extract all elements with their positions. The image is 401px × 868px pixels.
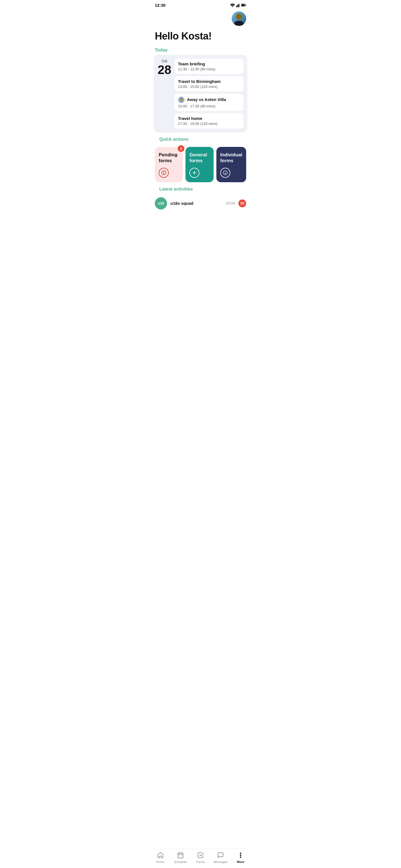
pending-forms-card[interactable]: 2 Pendingforms: [155, 147, 183, 182]
individual-forms-title: Individualforms: [220, 152, 242, 164]
svg-rect-1: [236, 6, 237, 7]
status-time: 12:30: [155, 3, 165, 7]
activity-avatar: u16: [155, 197, 167, 210]
schedule-card: Sat 28 Team briefing 11:30 - 12:30 (60 m…: [154, 55, 247, 132]
event-time: 11:30 - 12:30 (60 mins): [178, 67, 240, 71]
general-forms-title: Generalforms: [189, 152, 209, 164]
svg-point-0: [232, 6, 233, 7]
day-number: 28: [157, 63, 171, 76]
pending-forms-title: Pendingforms: [159, 152, 179, 164]
svg-point-16: [223, 170, 227, 175]
latest-activities-label: Latest activities: [155, 182, 246, 194]
plus-icon: [189, 168, 199, 178]
activity-badge: 25: [238, 199, 246, 207]
event-team-briefing[interactable]: Team briefing 11:30 - 12:30 (60 mins): [175, 59, 244, 74]
alert-icon: [159, 168, 169, 178]
svg-rect-6: [242, 4, 245, 6]
activity-time: 20:04: [226, 201, 235, 205]
event-travel-birmingham[interactable]: Travel to Birmingham 13:00 - 15:00 (120 …: [175, 76, 244, 92]
event-title: Away vs Aston Villa: [187, 97, 226, 102]
status-bar: 12:30: [150, 0, 251, 9]
status-icons: [230, 3, 246, 7]
date-block: Sat 28: [157, 59, 171, 128]
quick-actions-grid: 2 Pendingforms Generalforms: [155, 147, 246, 182]
event-title: Team briefing: [178, 61, 240, 66]
events-list: Team briefing 11:30 - 12:30 (60 mins) Tr…: [175, 59, 244, 128]
general-forms-card[interactable]: Generalforms: [185, 147, 213, 182]
activity-name: u16s squad: [170, 201, 194, 206]
svg-rect-7: [246, 5, 246, 6]
greeting-text: Hello Kosta!: [155, 30, 246, 42]
event-title: Travel home: [178, 116, 240, 121]
avatar[interactable]: [232, 11, 246, 26]
svg-rect-3: [238, 4, 239, 7]
today-label: Today: [150, 43, 251, 55]
event-time: 15:00 - 17:30 (90 mins): [178, 104, 240, 108]
svg-text:🦁: 🦁: [179, 98, 183, 102]
quick-actions-label: Quick actions: [155, 132, 246, 144]
greeting-section: Hello Kosta!: [150, 28, 251, 43]
event-time: 13:00 - 15:00 (120 mins): [178, 85, 240, 89]
activity-item[interactable]: u16 u16s squad 20:04 25: [155, 194, 246, 213]
event-title: Travel to Birmingham: [178, 79, 240, 84]
smile-icon: [220, 168, 230, 178]
event-travel-home[interactable]: Travel home 17:30 - 19:30 (120 mins): [175, 113, 244, 128]
pending-badge: 2: [178, 145, 184, 152]
wifi-icon: [230, 3, 235, 7]
event-away-aston-villa[interactable]: AVFC 🦁 Away vs Aston Villa 15:00 - 17:30…: [175, 94, 244, 111]
svg-rect-2: [237, 5, 238, 7]
individual-forms-card[interactable]: Individualforms: [217, 147, 246, 182]
header: [150, 9, 251, 28]
svg-rect-4: [239, 3, 240, 7]
battery-icon: [241, 4, 246, 7]
event-time: 17:30 - 19:30 (120 mins): [178, 122, 240, 126]
signal-icon: [236, 3, 240, 7]
activity-details: u16s squad 20:04: [170, 201, 235, 206]
aston-villa-badge: AVFC 🦁: [178, 96, 184, 103]
quick-actions-section: Quick actions 2 Pendingforms Generalform…: [150, 132, 251, 182]
latest-activities-section: Latest activities u16 u16s squad 20:04 2…: [150, 182, 251, 213]
svg-point-13: [164, 173, 164, 174]
day-name: Sat: [162, 59, 167, 63]
